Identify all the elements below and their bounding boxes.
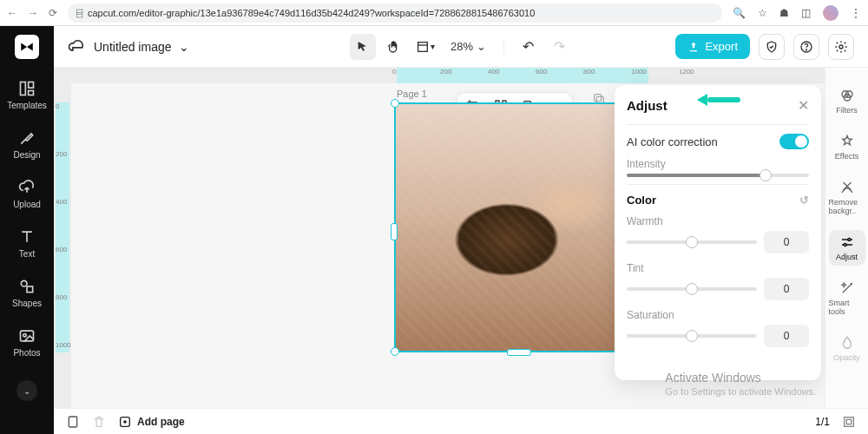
- rail-label: Templates: [7, 101, 47, 110]
- svg-point-10: [839, 45, 843, 49]
- forward-icon[interactable]: →: [28, 7, 38, 19]
- extensions-icon[interactable]: ☗: [779, 7, 789, 19]
- fit-icon[interactable]: [842, 415, 856, 429]
- toolstrip-smart-tools[interactable]: Smart tools: [829, 276, 865, 320]
- doc-title[interactable]: Untitled image ⌄: [94, 40, 189, 54]
- tint-slider[interactable]: [627, 287, 757, 291]
- resize-handle[interactable]: [507, 349, 531, 356]
- toolstrip-effects[interactable]: Effects: [829, 129, 865, 165]
- svg-rect-18: [595, 95, 602, 102]
- toolstrip-filters[interactable]: Filters: [829, 83, 865, 119]
- slider-label: Tint: [627, 262, 809, 274]
- ai-color-label: AI color correction: [627, 135, 718, 148]
- rail-shapes[interactable]: Shapes: [0, 274, 54, 312]
- page-label: Page 1: [397, 89, 427, 99]
- rail-design[interactable]: Design: [0, 126, 54, 163]
- topbar: Untitled image ⌄ ▾ 28% ⌄: [54, 26, 868, 68]
- settings-icon[interactable]: [828, 34, 854, 60]
- pages-icon[interactable]: [66, 415, 80, 429]
- zoom-page-icon[interactable]: 🔍: [733, 7, 746, 19]
- rail-more[interactable]: ⌄: [16, 380, 37, 401]
- delete-page-icon[interactable]: [92, 415, 106, 429]
- profile-avatar[interactable]: [823, 5, 838, 21]
- shield-icon[interactable]: [759, 34, 785, 60]
- toolstrip-opacity[interactable]: Opacity: [829, 331, 865, 366]
- export-button[interactable]: Export: [675, 34, 750, 59]
- windows-watermark: Activate Windows Go to Settings to activ…: [665, 370, 816, 398]
- svg-point-6: [23, 334, 26, 337]
- bookmark-icon[interactable]: ☆: [758, 7, 767, 19]
- undo-button[interactable]: ↶: [515, 34, 541, 60]
- toolstrip-label: Filters: [836, 106, 858, 115]
- resize-handle[interactable]: [391, 99, 399, 108]
- svg-rect-7: [418, 42, 427, 51]
- add-page-button[interactable]: Add page: [118, 415, 185, 429]
- svg-point-23: [844, 244, 846, 247]
- cloud-icon[interactable]: [68, 38, 85, 56]
- resize-handle[interactable]: [391, 223, 398, 240]
- rail-text[interactable]: Text: [0, 225, 54, 262]
- url-text: capcut.com/editor-graphic/13e1a936789e4c…: [88, 8, 535, 18]
- sidepanel-icon[interactable]: ◫: [801, 7, 811, 19]
- redo-button[interactable]: ↷: [546, 34, 572, 60]
- toolstrip-label: Remove backgr..: [829, 198, 865, 215]
- back-icon[interactable]: ←: [7, 7, 17, 19]
- reload-icon[interactable]: ⟳: [49, 7, 57, 19]
- canvas-image: [396, 104, 642, 351]
- color-section-label: Color: [627, 194, 656, 207]
- toolstrip-label: Adjust: [836, 253, 858, 261]
- toolstrip-remove-backgr-[interactable]: Remove backgr..: [829, 175, 865, 220]
- slider-value[interactable]: 0: [764, 231, 809, 253]
- opacity-icon: [839, 335, 855, 351]
- page-indicator: 1/1: [815, 416, 830, 428]
- capcut-logo[interactable]: [15, 35, 39, 59]
- selected-image[interactable]: [394, 102, 644, 352]
- help-icon[interactable]: [793, 34, 819, 60]
- hand-tool[interactable]: [381, 34, 407, 60]
- right-tool-strip: Filters Effects Remove backgr.. Adjust S…: [825, 68, 868, 408]
- address-bar[interactable]: ⌸ capcut.com/editor-graphic/13e1a936789e…: [68, 3, 722, 23]
- zoom-control[interactable]: 28% ⌄: [444, 40, 493, 53]
- svg-rect-1: [29, 82, 34, 89]
- rail-label: Upload: [13, 200, 41, 209]
- intensity-slider[interactable]: [627, 174, 809, 177]
- intensity-label: Intensity: [627, 158, 809, 170]
- browser-chrome: ← → ⟳ ⌸ capcut.com/editor-graphic/13e1a9…: [0, 0, 868, 26]
- kebab-icon[interactable]: ⋮: [851, 7, 861, 19]
- slider-label: Warmth: [627, 215, 809, 227]
- svg-rect-4: [27, 286, 33, 293]
- warmth-slider[interactable]: [627, 240, 757, 244]
- reset-icon[interactable]: ↺: [799, 194, 809, 207]
- resize-handle[interactable]: [391, 347, 399, 356]
- ai-color-toggle[interactable]: [779, 134, 809, 149]
- toolstrip-label: Smart tools: [829, 299, 865, 316]
- slider-value[interactable]: 0: [764, 325, 809, 347]
- svg-rect-27: [846, 419, 851, 424]
- toolstrip-adjust[interactable]: Adjust: [829, 230, 865, 266]
- slider-value[interactable]: 0: [764, 278, 809, 300]
- resize-tool[interactable]: ▾: [412, 34, 438, 60]
- rail-label: Text: [19, 249, 35, 259]
- toolstrip-label: Opacity: [833, 353, 860, 362]
- toolstrip-label: Effects: [835, 152, 858, 161]
- panel-title: Adjust: [627, 98, 667, 113]
- close-icon[interactable]: ✕: [798, 97, 809, 114]
- chevron-down-icon: ⌄: [179, 40, 189, 54]
- bottombar: Add page 1/1: [54, 408, 868, 434]
- rail-upload[interactable]: Upload: [0, 175, 54, 213]
- site-info-icon[interactable]: ⌸: [76, 7, 82, 19]
- slider-label: Saturation: [627, 309, 809, 321]
- svg-rect-0: [21, 82, 26, 95]
- chevron-down-icon: ⌄: [477, 40, 486, 53]
- pasteboard[interactable]: 0 200 400 600 800 1000 1200 0 200 400 60…: [54, 68, 868, 408]
- svg-point-22: [847, 239, 850, 241]
- rail-photos[interactable]: Photos: [0, 324, 54, 361]
- svg-point-9: [806, 49, 806, 49]
- horizontal-ruler: 0 200 400 600 800 1000 1200: [71, 68, 868, 83]
- rail-templates[interactable]: Templates: [0, 76, 54, 114]
- saturation-slider[interactable]: [627, 334, 757, 338]
- select-tool[interactable]: [350, 34, 376, 60]
- svg-rect-24: [69, 417, 76, 427]
- rail-label: Photos: [13, 348, 40, 358]
- workspace: 0 200 400 600 800 1000 1200 0 200 400 60…: [54, 68, 868, 408]
